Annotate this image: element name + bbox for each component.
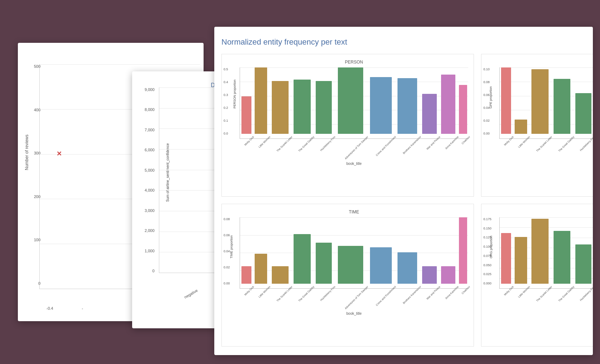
bar-tom-sawyer: Adventures of Tom Sawyer xyxy=(335,67,367,138)
close-icon[interactable]: ✕ xyxy=(56,150,62,158)
bar-anna-karenina: Anna Karenina xyxy=(439,67,457,138)
gpe-chart-title: GPE xyxy=(499,60,593,65)
org-y-label: ORG proportion xyxy=(489,236,493,258)
entity-charts-grid: PERSON 0.5 0.4 0.3 0.2 0.1 0.0 PERSON pr… xyxy=(221,54,586,347)
left-panel-y-label: Number of reviews xyxy=(24,135,29,170)
bar-little-women: Little Women xyxy=(253,67,269,138)
person-y-label: PERSON proportion xyxy=(233,80,236,108)
person-bars-area: Moby Dick Little Women The Scarlet Lette… xyxy=(240,67,468,139)
bar-brothers-karamazov: Brothers Karamazov xyxy=(395,67,419,138)
bar-war-peace: War and Peace xyxy=(420,67,439,138)
sentiment-x-label-negative: negative xyxy=(159,274,223,313)
bar-chekhov: Chekhov xyxy=(458,67,469,138)
entity-chart-person: PERSON 0.5 0.4 0.3 0.2 0.1 0.0 PERSON pr… xyxy=(221,54,474,197)
bar-moby-dick: Moby Dick xyxy=(240,67,252,138)
org-bars-container: 0.175 0.150 0.125 0.100 0.075 0.050 0.02… xyxy=(499,217,593,296)
gpe-bars-area: Moby Dick Little Women The Scarlet Lette… xyxy=(499,67,593,139)
org-bars-area: Moby Dick Little Women The Scarlet Lette… xyxy=(499,217,593,289)
time-bars-area: Moby Dick Little Women The Scarlet Lette… xyxy=(240,217,468,289)
right-panel: Normalized entity frequency per text PER… xyxy=(214,27,593,355)
entity-chart-time: TIME 0.08 0.06 0.04 0.02 0.00 TIME propo… xyxy=(221,204,474,347)
sentiment-y-ticks: 9,000 8,000 7,000 6,000 5,000 4,000 3,00… xyxy=(145,87,155,273)
time-y-label: TIME proportion xyxy=(230,235,233,258)
left-panel-x-ticks: -0.4 - xyxy=(46,306,83,310)
bar-great-gatsby: The Great Gatsby xyxy=(291,67,313,138)
time-x-axis-label: book_title xyxy=(346,312,362,315)
bar-scarlet-letter: The Scarlet Letter xyxy=(270,67,291,138)
org-chart-title: ORG xyxy=(499,209,593,214)
gpe-y-label: GPE proportion xyxy=(489,86,492,108)
person-chart-title: PERSON xyxy=(240,60,468,65)
bar-crime-punishment: Crime and Punishment xyxy=(367,67,394,138)
time-y-ticks: 0.08 0.06 0.04 0.02 0.00 xyxy=(224,217,230,285)
entity-chart-gpe: GPE 0.10 0.08 0.06 0.04 0.02 0.00 GPE pr… xyxy=(481,54,593,197)
time-bars-container: 0.08 0.06 0.04 0.02 0.00 TIME proportion… xyxy=(240,217,468,296)
person-bars-container: 0.5 0.4 0.3 0.2 0.1 0.0 PERSON proportio… xyxy=(240,67,468,146)
time-chart-title: TIME xyxy=(240,209,468,214)
person-y-ticks: 0.5 0.4 0.3 0.2 0.1 0.0 xyxy=(224,67,228,135)
entity-chart-org: ORG 0.175 0.150 0.125 0.100 0.075 0.050 … xyxy=(481,204,593,347)
bar-huck-finn: Huckleberry Finn xyxy=(314,67,334,138)
gpe-bars-container: 0.10 0.08 0.06 0.04 0.02 0.00 GPE propor… xyxy=(499,67,593,146)
right-panel-title: Normalized entity frequency per text xyxy=(221,37,586,47)
person-x-axis-label: book_title xyxy=(346,162,362,166)
